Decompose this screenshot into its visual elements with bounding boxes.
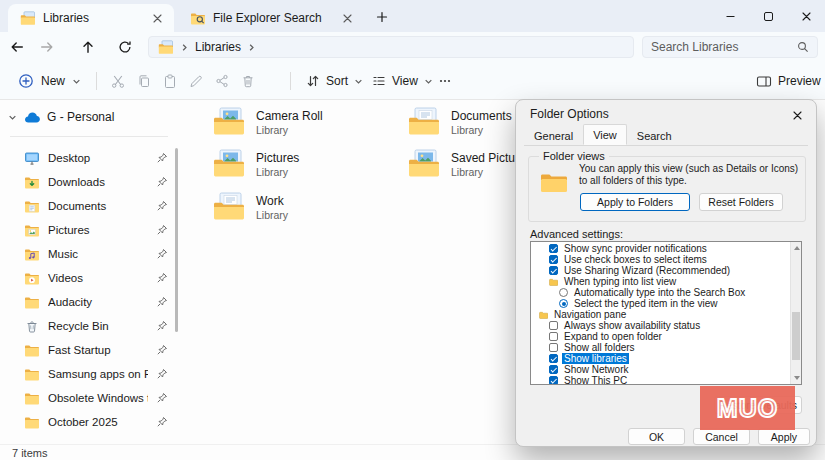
toolbar-copy-button[interactable] [132,70,156,92]
nav-back-button[interactable] [4,34,30,60]
tab-close-icon[interactable] [339,10,356,27]
sidebar-item-fast-startup[interactable]: Fast Startup [0,338,180,362]
setting-show-sync-provider-notifications[interactable]: Show sync provider notifications [531,243,789,254]
new-tab-button[interactable] [372,7,391,26]
sidebar-item-videos[interactable]: Videos [0,266,180,290]
up-icon [81,40,95,54]
sidebar-item-october-2025[interactable]: October 2025 [0,410,180,434]
sidebar-item-obsolete-windows-tools[interactable]: Obsolete Windows tools [0,386,180,410]
checkbox-icon[interactable] [549,332,558,341]
search-box[interactable] [642,36,818,58]
toolbar-cut-button[interactable] [106,70,130,92]
setting-automatically-type-into-the-search-box[interactable]: Automatically type into the Search Box [531,287,789,298]
reset-folders-button[interactable]: Reset Folders [699,193,783,211]
radio-icon[interactable] [559,288,568,297]
setting-always-show-availability-status[interactable]: Always show availability status [531,320,789,331]
sidebar-item-documents[interactable]: Documents [0,194,180,218]
chevron-down-icon[interactable] [8,113,17,122]
setting-expand-to-open-folder[interactable]: Expand to open folder [531,331,789,342]
checkbox-icon[interactable] [549,244,558,253]
nav-up-button[interactable] [75,34,101,60]
preview-icon [756,74,772,89]
ok-button[interactable]: OK [628,428,685,445]
new-button[interactable]: New [8,68,91,94]
dialog-tab-view[interactable]: View [583,124,627,145]
checkbox-icon[interactable] [549,266,558,275]
setting-use-sharing-wizard-recommended[interactable]: Use Sharing Wizard (Recommended) [531,265,789,276]
library-item-camera-roll[interactable]: Camera RollLibrary [212,107,397,139]
chevron-right-icon[interactable] [180,43,189,52]
delete-icon [241,74,255,88]
setting-show-libraries[interactable]: Show libraries [531,353,789,364]
nav-forward-button[interactable] [34,34,60,60]
listbox-scrollbar[interactable] [790,242,801,384]
sidebar-item-recycle-bin[interactable]: Recycle Bin [0,314,180,338]
maximize-button[interactable] [749,0,787,32]
library-item-work[interactable]: WorkLibrary [212,192,397,224]
radio-icon[interactable] [559,299,568,308]
search-input[interactable] [651,40,797,54]
checkbox-icon[interactable] [549,354,558,363]
checkbox-icon[interactable] [549,343,558,352]
tab-file-explorer-search[interactable]: File Explorer Search [178,4,364,32]
sidebar-item-desktop[interactable]: Desktop [0,146,180,170]
checkbox-icon[interactable] [549,365,558,374]
share-icon [215,74,229,88]
sidebar-item-label: Downloads [48,176,148,188]
library-icon [407,149,443,181]
sidebar-item-pictures[interactable]: Pictures [0,218,180,242]
pin-icon [156,224,168,236]
setting-use-check-boxes-to-select-items[interactable]: Use check boxes to select items [531,254,789,265]
dialog-close-button[interactable] [788,106,806,124]
dialog-tab-search[interactable]: Search [627,126,682,145]
sidebar-item-downloads[interactable]: Downloads [0,170,180,194]
toolbar-share-button[interactable] [210,70,234,92]
advanced-settings-label: Advanced settings: [530,228,623,240]
apply-button[interactable]: Apply [758,428,810,445]
nav-refresh-button[interactable] [112,34,138,60]
setting-label: Automatically type into the Search Box [572,287,747,298]
minimize-button[interactable] [711,0,749,32]
setting-label: Expand to open folder [562,331,664,342]
setting-show-network[interactable]: Show Network [531,364,789,375]
scroll-down-icon[interactable] [794,376,800,380]
dialog-tab-general[interactable]: General [524,126,583,145]
checkbox-icon[interactable] [549,376,558,385]
tab-libraries[interactable]: Libraries [8,4,174,32]
setting-when-typing-into-list-view[interactable]: When typing into list view [531,276,789,287]
sidebar-item-label: Pictures [48,224,148,236]
close-icon [792,110,803,121]
preview-button[interactable]: Preview [748,68,825,94]
sidebar-scrollbar[interactable] [175,148,178,332]
setting-show-this-pc[interactable]: Show This PC [531,375,789,385]
toolbar-delete-button[interactable] [236,70,260,92]
new-label: New [41,74,65,88]
sort-button[interactable]: Sort [298,68,371,94]
checkbox-icon[interactable] [549,255,558,264]
library-item-pictures[interactable]: PicturesLibrary [212,149,397,181]
sidebar-item-samsung-apps-on-pc[interactable]: Samsung apps on PC [0,362,180,386]
scrollbar-thumb[interactable] [792,312,800,360]
library-icon [212,192,248,224]
more-options-button[interactable] [430,68,460,94]
sort-label: Sort [326,74,348,88]
cancel-button[interactable]: Cancel [693,428,750,445]
setting-navigation-pane[interactable]: Navigation pane [531,309,789,320]
folder-icon [24,295,40,310]
chevron-right-icon[interactable] [247,43,256,52]
setting-select-the-typed-item-in-the-view[interactable]: Select the typed item in the view [531,298,789,309]
sidebar-item-audacity[interactable]: Audacity [0,290,180,314]
toolbar-rename-button[interactable] [184,70,208,92]
sidebar-item-onedrive[interactable]: G - Personal [0,104,180,130]
breadcrumb[interactable]: Libraries [195,40,241,54]
close-window-button[interactable] [787,0,825,32]
apply-to-folders-button[interactable]: Apply to Folders [580,193,690,211]
toolbar-paste-button[interactable] [158,70,182,92]
tab-close-icon[interactable] [149,10,166,27]
address-bar[interactable]: Libraries [148,36,634,58]
scroll-up-icon[interactable] [794,246,800,250]
sidebar-item-music[interactable]: Music [0,242,180,266]
checkbox-icon[interactable] [549,321,558,330]
pin-icon [156,392,168,404]
setting-show-all-folders[interactable]: Show all folders [531,342,789,353]
